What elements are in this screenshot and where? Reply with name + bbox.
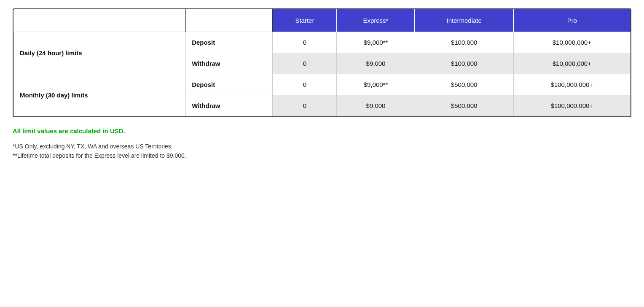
cell-daily-withdraw-intermediate: $100,000 [415, 53, 513, 74]
cell-monthly-deposit-express: $9,000** [337, 74, 415, 95]
cell-monthly-withdraw-express: $9,000 [337, 95, 415, 116]
header-express: Express* [337, 9, 415, 32]
table-row: Daily (24 hour) limitsDeposit0$9,000**$1… [14, 32, 631, 53]
cell-daily-withdraw-starter: 0 [273, 53, 337, 74]
footnote-1: *US Only, excluding NY, TX, WA and overs… [13, 143, 631, 150]
limits-table-wrapper: Starter Express* Intermediate Pro Daily … [13, 8, 631, 117]
cell-daily-deposit-intermediate: $100,000 [415, 32, 513, 53]
footnote-2: **Lifetime total deposits for the Expres… [13, 152, 631, 159]
sub-label: Deposit [186, 74, 273, 95]
cell-daily-withdraw-pro: $10,000,000+ [513, 53, 630, 74]
cell-monthly-deposit-intermediate: $500,000 [415, 74, 513, 95]
group-label: Monthly (30 day) limits [14, 74, 186, 116]
cell-monthly-withdraw-pro: $100,000,000+ [513, 95, 630, 116]
sub-label: Withdraw [186, 53, 273, 74]
cell-daily-deposit-express: $9,000** [337, 32, 415, 53]
sub-label: Withdraw [186, 95, 273, 116]
sub-label: Deposit [186, 32, 273, 53]
table-row: Monthly (30 day) limitsDeposit0$9,000**$… [14, 74, 631, 95]
header-col2 [186, 9, 273, 32]
header-intermediate: Intermediate [415, 9, 513, 32]
cell-monthly-withdraw-starter: 0 [273, 95, 337, 116]
cell-monthly-deposit-starter: 0 [273, 74, 337, 95]
usd-footnote: All limit values are calculated in USD. [13, 127, 631, 135]
cell-daily-deposit-starter: 0 [273, 32, 337, 53]
cell-daily-deposit-pro: $10,000,000+ [513, 32, 630, 53]
header-starter: Starter [273, 9, 337, 32]
header-pro: Pro [513, 9, 630, 32]
group-label: Daily (24 hour) limits [14, 32, 186, 74]
limits-table: Starter Express* Intermediate Pro Daily … [13, 9, 631, 116]
cell-monthly-withdraw-intermediate: $500,000 [415, 95, 513, 116]
cell-daily-withdraw-express: $9,000 [337, 53, 415, 74]
cell-monthly-deposit-pro: $100,000,000+ [513, 74, 630, 95]
header-col1 [14, 9, 186, 32]
